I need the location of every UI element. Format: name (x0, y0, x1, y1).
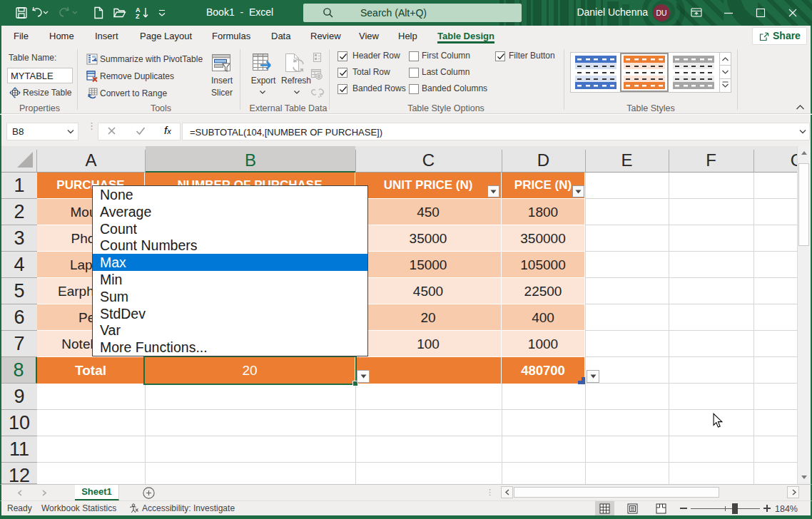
svg-text:Z: Z (136, 13, 140, 20)
